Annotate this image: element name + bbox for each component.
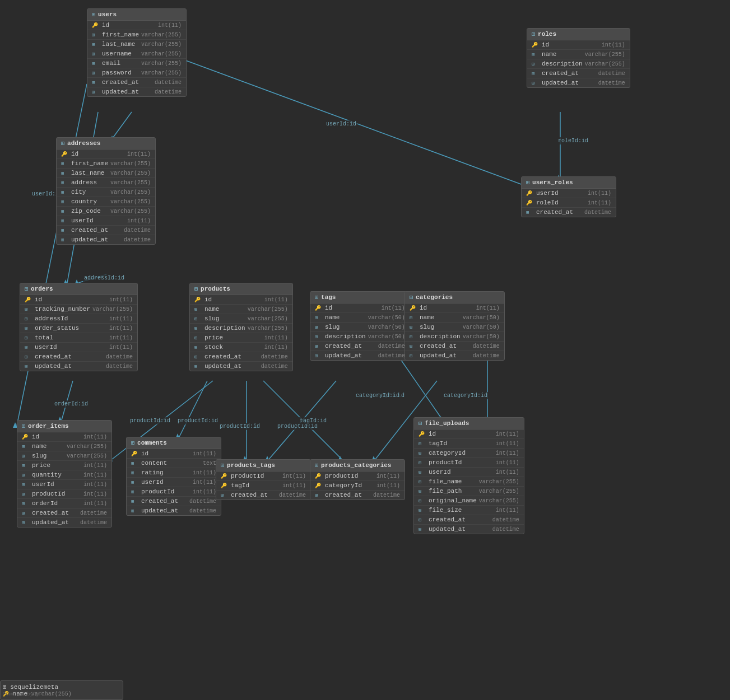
pk-icon: 🔑 (61, 151, 69, 157)
sequelizemeta-title: sequelizemeta (10, 684, 58, 690)
fk-icon: ⊞ (315, 492, 323, 498)
table-title-file_uploads: file_uploads (425, 420, 469, 427)
label-categoryid-2: categoryId:id (355, 392, 401, 399)
table-title-products_categories: products_categories (321, 462, 391, 469)
field-name: updated_at (325, 352, 376, 359)
field-type: varchar(255) (585, 61, 625, 67)
field-type: varchar(255) (110, 189, 151, 195)
field-name: description (325, 333, 366, 340)
fk-icon: ⊞ (131, 508, 139, 514)
field-row-addresses-created_at: ⊞ created_at datetime (57, 226, 155, 235)
field-row-comments-updated_at: ⊞ updated_at datetime (127, 506, 221, 515)
label-productid-1: productId:id (129, 417, 171, 424)
table-header-tags: ⊞tags (310, 292, 410, 304)
fk-icon: ⊞ (194, 335, 202, 341)
field-name: description (204, 325, 245, 332)
table-header-products_categories: ⊞products_categories (310, 460, 404, 472)
label-userid-addresses (104, 118, 106, 119)
field-row-roles-name: ⊞ name varchar(255) (527, 50, 630, 59)
field-row-products_tags-tagId: 🔑 tagId int(11) (216, 481, 310, 491)
table-title-categories: categories (416, 294, 453, 301)
field-type: int(11) (496, 450, 519, 456)
fk-icon: ⊞ (25, 306, 32, 312)
field-row-products-price: ⊞ price int(11) (190, 333, 292, 343)
fk-icon: ⊞ (532, 71, 540, 77)
field-type: datetime (473, 343, 500, 349)
table-header-users_roles: ⊞users_roles (522, 177, 616, 189)
field-type: int(11) (382, 305, 405, 311)
field-name: created_at (325, 343, 376, 349)
field-row-categories-id: 🔑 id int(11) (405, 304, 504, 313)
field-row-file_uploads-created_at: ⊞ created_at datetime (414, 515, 524, 525)
field-row-orders-addressId: ⊞ addressId int(11) (20, 314, 137, 324)
fk-icon: ⊞ (419, 507, 426, 514)
table-roles: ⊞roles🔑 id int(11)⊞ name varchar(255)⊞ d… (527, 28, 630, 88)
fk-icon: ⊞ (532, 61, 540, 67)
field-type: varchar(255) (585, 52, 625, 58)
field-type: int(11) (83, 491, 107, 497)
fk-icon: ⊞ (410, 315, 417, 321)
field-row-orders-total: ⊞ total int(11) (20, 333, 137, 343)
fk-icon: ⊞ (61, 170, 69, 176)
table-header-orders: ⊞orders (20, 283, 137, 295)
fk-icon: ⊞ (532, 80, 540, 86)
field-name: updated_at (141, 507, 187, 514)
field-name: password (102, 69, 139, 76)
field-row-file_uploads-file_size: ⊞ file_size int(11) (414, 506, 524, 515)
pk-icon: 🔑 (526, 190, 534, 197)
field-type: int(11) (83, 482, 107, 488)
fk-icon: ⊞ (61, 161, 69, 167)
field-name: id (71, 151, 125, 157)
field-row-comments-productId: ⊞ productId int(11) (127, 487, 221, 497)
field-type: varchar(50) (463, 324, 500, 330)
field-row-products-name: ⊞ name varchar(255) (190, 305, 292, 314)
field-type: datetime (80, 520, 107, 526)
field-row-categories-description: ⊞ description varchar(50) (405, 332, 504, 342)
field-name: created_at (325, 492, 371, 498)
field-row-tags-name: ⊞ name varchar(50) (310, 313, 410, 323)
table-grid-icon: ⊞ (532, 31, 535, 38)
table-icon: ⊞ (3, 684, 7, 690)
fk-icon: ⊞ (419, 498, 426, 504)
field-type: int(11) (158, 22, 182, 29)
fk-icon: ⊞ (194, 354, 202, 360)
table-users: ⊞users🔑 id int(11)⊞ first_name varchar(2… (87, 8, 187, 97)
field-row-users-first_name: ⊞ first_name varchar(255) (87, 30, 186, 40)
field-name: id (542, 41, 599, 48)
field-row-order_items-name: ⊞ name varchar(255) (17, 442, 111, 451)
table-products_tags: ⊞products_tags🔑 productId int(11)🔑 tagId… (216, 459, 311, 500)
field-name: updated_at (542, 80, 596, 86)
field-name: name (32, 443, 64, 450)
table-grid-icon: ⊞ (25, 286, 28, 292)
field-type: int(11) (282, 483, 306, 489)
fk-icon: ⊞ (22, 482, 30, 488)
field-type: int(11) (193, 470, 216, 476)
field-name: productId (141, 488, 190, 495)
fk-icon: ⊞ (22, 472, 30, 478)
table-addresses: ⊞addresses🔑 id int(11)⊞ first_name varch… (56, 137, 156, 245)
field-row-order_items-updated_at: ⊞ updated_at datetime (17, 518, 111, 527)
field-row-order_items-id: 🔑 id int(11) (17, 432, 111, 442)
table-categories: ⊞categories🔑 id int(11)⊞ name varchar(50… (404, 291, 505, 361)
field-row-categories-updated_at: ⊞ updated_at datetime (405, 351, 504, 360)
table-header-products_tags: ⊞products_tags (216, 460, 310, 472)
field-type: datetime (124, 227, 151, 234)
fk-icon: ⊞ (131, 498, 139, 505)
fk-icon: ⊞ (25, 344, 32, 351)
field-row-products_categories-categoryId: 🔑 categoryId int(11) (310, 481, 404, 491)
field-type: datetime (189, 508, 216, 514)
fk-icon: ⊞ (419, 479, 426, 485)
field-type: int(11) (109, 344, 133, 351)
field-type: varchar(255) (248, 306, 288, 312)
label-roleid: roleId:id (557, 137, 589, 144)
field-type: int(11) (602, 42, 625, 48)
field-type: datetime (584, 209, 611, 216)
fk-icon: ⊞ (22, 491, 30, 497)
field-row-addresses-userId: ⊞ userId int(11) (57, 216, 155, 226)
field-name: tagId (231, 482, 280, 489)
field-type: int(11) (83, 501, 107, 507)
fk-icon: ⊞ (25, 316, 32, 322)
field-row-users-email: ⊞ email varchar(255) (87, 59, 186, 68)
field-row-orders-id: 🔑 id int(11) (20, 295, 137, 305)
field-row-roles-created_at: ⊞ created_at datetime (527, 69, 630, 78)
